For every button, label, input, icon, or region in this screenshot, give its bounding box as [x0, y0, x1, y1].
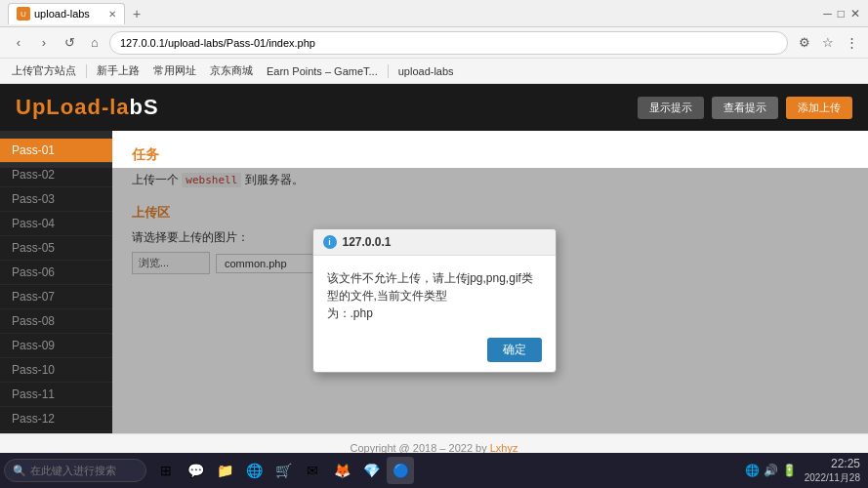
tab-title: upload-labs	[34, 8, 90, 20]
maximize-button[interactable]: □	[838, 7, 845, 20]
page-content: UpLoad-labS 显示提示 查看提示 添加上传 Pass-01 Pass-…	[0, 84, 868, 461]
taskbar-battery-icon[interactable]: 🔋	[782, 464, 797, 477]
extensions-icon[interactable]: ⚙	[796, 34, 813, 52]
logo-text-2: bS	[130, 95, 159, 119]
active-tab[interactable]: U upload-labs ✕	[8, 3, 125, 24]
show-hint-button[interactable]: 显示提示	[638, 97, 704, 119]
taskbar: 🔍 ⊞ 💬 📁 🌐 🛒 ✉ 🦊 💎 🔵 🌐 🔊 🔋 22:25 2022/11月…	[0, 453, 868, 488]
dialog-footer: 确定	[313, 332, 556, 372]
bookmark-separator	[86, 64, 87, 78]
taskbar-files-icon[interactable]: 📁	[211, 457, 238, 484]
taskbar-app-icons: ⊞ 💬 📁 🌐 🛒 ✉ 🦊 💎 🔵	[152, 457, 414, 484]
alert-dialog: i 127.0.0.1 该文件不允许上传，请上传jpg,png,gif类型的文件…	[312, 228, 557, 373]
bookmark-separator-2	[388, 64, 389, 78]
home-button[interactable]: ⌂	[84, 32, 105, 54]
bookmark-0[interactable]: 上传官方站点	[8, 61, 80, 80]
menu-icon[interactable]: ⋮	[843, 34, 860, 52]
bookmarks-bar: 上传官方站点 新手上路 常用网址 京东商城 Earn Points – Game…	[0, 59, 868, 84]
task-title: 任务	[132, 146, 848, 164]
browser-titlebar: U upload-labs ✕ + ─ □ ✕	[0, 0, 868, 27]
taskbar-date: 2022/11月28	[805, 471, 860, 484]
view-hint-button[interactable]: 查看提示	[712, 97, 778, 119]
dialog-title-bar: i 127.0.0.1	[313, 229, 556, 256]
add-upload-button[interactable]: 添加上传	[786, 97, 852, 119]
browser-controls: ‹ › ↺ ⌂ ⚙ ☆ ⋮	[0, 27, 868, 59]
footer-text: Copyright @ 2018 – 2022 by Lxhyz	[350, 442, 517, 454]
bookmark-4[interactable]: Earn Points – GameT...	[263, 63, 382, 79]
site-logo: UpLoad-labS	[16, 95, 159, 120]
tab-favicon: U	[17, 7, 30, 20]
taskbar-app-active-icon[interactable]: 🔵	[387, 457, 414, 484]
close-button[interactable]: ✕	[850, 7, 860, 20]
refresh-button[interactable]: ↺	[59, 32, 80, 54]
header-buttons: 显示提示 查看提示 添加上传	[638, 97, 852, 119]
logo-text-1: UpLoad-la	[16, 95, 130, 119]
dialog-title: 127.0.0.1	[343, 235, 392, 249]
dialog-confirm-button[interactable]: 确定	[487, 338, 542, 362]
new-tab-button[interactable]: +	[127, 4, 146, 23]
dialog-message-line2: 为：.php	[327, 306, 373, 320]
dialog-body: 该文件不允许上传，请上传jpg,png,gif类型的文件,当前文件类型 为：.p…	[313, 256, 556, 332]
taskbar-volume-icon[interactable]: 🔊	[764, 464, 778, 477]
taskbar-network-icon[interactable]: 🌐	[745, 464, 760, 477]
taskbar-time: 22:25	[805, 457, 860, 472]
bookmark-icon[interactable]: ☆	[819, 34, 837, 52]
dialog-message-line1: 该文件不允许上传，请上传jpg,png,gif类型的文件,当前文件类型	[327, 271, 533, 303]
taskbar-clock[interactable]: 22:25 2022/11月28	[805, 457, 860, 485]
tab-close-button[interactable]: ✕	[108, 9, 116, 20]
tab-area: U upload-labs ✕ +	[8, 3, 146, 24]
minimize-button[interactable]: ─	[823, 7, 832, 20]
taskbar-search-area[interactable]: 🔍	[4, 459, 146, 482]
taskbar-search-input[interactable]	[30, 465, 138, 476]
dialog-overlay: i 127.0.0.1 该文件不允许上传，请上传jpg,png,gif类型的文件…	[0, 168, 868, 433]
taskbar-system-icons: 🌐 🔊 🔋	[745, 464, 797, 477]
taskbar-windows-icon[interactable]: ⊞	[152, 457, 180, 484]
taskbar-mail-icon[interactable]: ✉	[299, 457, 326, 484]
back-button[interactable]: ‹	[8, 32, 29, 54]
bookmark-2[interactable]: 常用网址	[149, 61, 200, 80]
bookmark-3[interactable]: 京东商城	[206, 61, 257, 80]
address-bar[interactable]	[109, 31, 788, 55]
taskbar-firefox-icon[interactable]: 🦊	[328, 457, 355, 484]
sidebar-item-pass01[interactable]: Pass-01	[0, 139, 112, 163]
forward-button[interactable]: ›	[33, 32, 55, 54]
site-header: UpLoad-labS 显示提示 查看提示 添加上传	[0, 84, 868, 131]
footer-link[interactable]: Lxhyz	[490, 442, 518, 454]
taskbar-right-area: 🌐 🔊 🔋 22:25 2022/11月28	[745, 457, 864, 485]
taskbar-browser-icon[interactable]: 🌐	[240, 457, 268, 484]
bookmark-1[interactable]: 新手上路	[93, 61, 144, 80]
taskbar-store-icon[interactable]: 🛒	[269, 457, 297, 484]
browser-icons: ⚙ ☆ ⋮	[796, 34, 860, 52]
taskbar-cortana-icon[interactable]: 💬	[182, 457, 209, 484]
taskbar-gem-icon[interactable]: 💎	[357, 457, 385, 484]
dialog-favicon-icon: i	[323, 235, 337, 249]
bookmark-5[interactable]: upload-labs	[394, 63, 458, 79]
taskbar-search-icon: 🔍	[13, 465, 26, 477]
